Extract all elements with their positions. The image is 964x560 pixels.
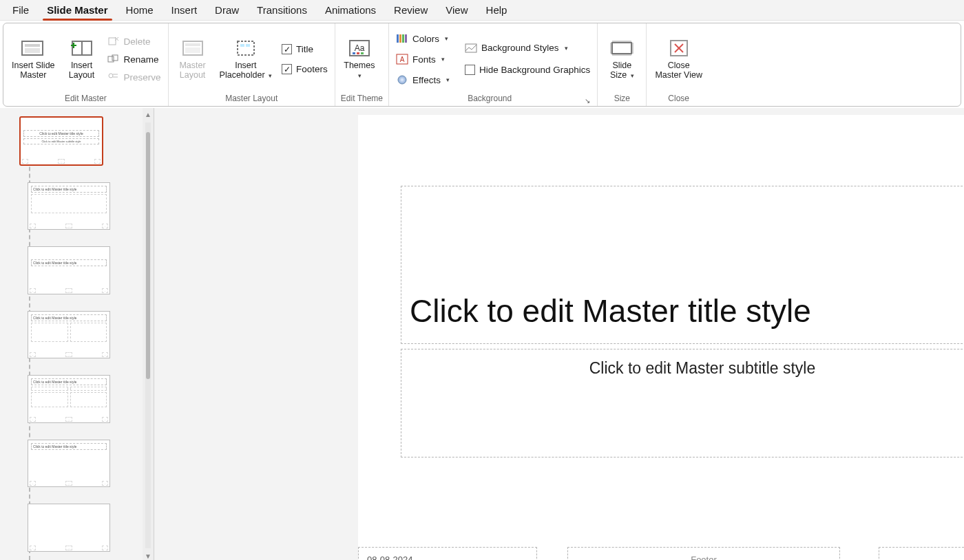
footer-placeholder[interactable]: Footer — [567, 547, 840, 560]
tab-review[interactable]: Review — [386, 1, 436, 19]
footers-checkbox[interactable]: Footers — [280, 61, 329, 77]
svg-rect-29 — [465, 44, 476, 52]
svg-rect-24 — [402, 34, 404, 43]
svg-rect-9 — [112, 55, 118, 61]
slide-size-icon — [609, 39, 634, 58]
rename-icon — [107, 54, 120, 65]
svg-rect-14 — [238, 41, 254, 55]
thumb-title: Click to edit Master title style — [31, 186, 107, 193]
tab-slide-master[interactable]: Slide Master — [39, 1, 116, 19]
thumb-title: Click to edit Master title style — [23, 130, 99, 137]
title-placeholder[interactable]: Click to edit Master title style — [401, 186, 964, 344]
tab-insert[interactable]: Insert — [163, 1, 206, 19]
thumb-sub: Click to edit Master subtitle style — [23, 138, 99, 144]
background-dialog-launcher[interactable]: ↘ — [585, 97, 590, 105]
scroll-thumb[interactable] — [146, 132, 150, 379]
slide-canvas[interactable]: Click to edit Master title style Click t… — [358, 115, 964, 560]
insert-slide-master-button[interactable]: Insert SlideMaster — [9, 36, 58, 83]
tab-transitions[interactable]: Transitions — [249, 1, 315, 19]
checkbox-icon — [465, 65, 475, 75]
slide-size-button[interactable]: SlideSize ▾ — [603, 36, 640, 83]
chevron-down-icon: ▾ — [358, 72, 362, 79]
footers-checkbox-label: Footers — [296, 64, 328, 74]
hide-background-label: Hide Background Graphics — [479, 65, 590, 75]
slide-number-placeholder[interactable]: ‹#› — [879, 547, 964, 560]
workspace: Click to edit Master title style Click t… — [0, 108, 964, 560]
tab-view[interactable]: View — [437, 1, 476, 19]
svg-rect-13 — [185, 47, 200, 53]
insert-slide-master-label: Insert SlideMaster — [12, 61, 55, 80]
chevron-down-icon: ▾ — [631, 72, 634, 79]
menubar: File Slide Master Home Insert Draw Trans… — [0, 0, 964, 21]
slide-size-label: SlideSize ▾ — [610, 61, 634, 80]
thumb-content — [31, 392, 107, 407]
preserve-icon — [107, 72, 120, 83]
fonts-button[interactable]: A Fonts▾ — [395, 52, 451, 66]
themes-icon: Aa — [347, 39, 372, 58]
colors-button[interactable]: Colors▾ — [395, 32, 451, 45]
insert-placeholder-icon — [233, 39, 258, 58]
rename-label: Rename — [124, 54, 159, 65]
preserve-button[interactable]: Preserve — [106, 70, 163, 84]
insert-layout-button[interactable]: InsertLayout — [63, 36, 101, 83]
thumbnail-layout[interactable]: ... — [28, 504, 110, 552]
tab-draw[interactable]: Draw — [207, 1, 247, 19]
insert-layout-label: InsertLayout — [69, 61, 95, 80]
tab-animations[interactable]: Animations — [317, 1, 384, 19]
thumb-content — [31, 387, 107, 391]
close-master-view-button[interactable]: CloseMaster View — [652, 36, 705, 83]
group-size: SlideSize ▾ Size — [598, 23, 647, 106]
thumbnail-layout[interactable]: Click to edit Master title style ... — [28, 440, 110, 488]
themes-button[interactable]: Aa Themes▾ — [341, 36, 378, 83]
insert-slide-master-icon — [21, 39, 45, 58]
insert-placeholder-label: InsertPlaceholder ▾ — [220, 61, 273, 80]
scroll-track[interactable] — [145, 122, 151, 548]
thumbnail-layout[interactable]: Click to edit Master title style ... — [28, 246, 110, 294]
tab-help[interactable]: Help — [478, 1, 516, 19]
title-checkbox[interactable]: Title — [280, 41, 329, 57]
master-layout-icon — [180, 39, 205, 58]
thumbnail-layout[interactable]: Click to edit Master title style ... — [28, 182, 110, 230]
scroll-up-icon[interactable]: ▲ — [145, 111, 151, 118]
scroll-down-icon[interactable]: ▼ — [145, 552, 151, 560]
svg-rect-19 — [353, 52, 355, 54]
tab-home[interactable]: Home — [118, 1, 162, 19]
svg-rect-5 — [109, 38, 116, 45]
thumbnails-list[interactable]: Click to edit Master title style Click t… — [0, 108, 143, 560]
effects-button[interactable]: Effects▾ — [395, 73, 451, 87]
svg-point-10 — [109, 74, 113, 78]
thumbnails-pane: Click to edit Master title style Click t… — [0, 108, 154, 560]
svg-text:A: A — [400, 56, 405, 63]
slide-canvas-area[interactable]: Click to edit Master title style Click t… — [154, 108, 964, 560]
checkbox-icon — [282, 64, 292, 74]
svg-rect-8 — [108, 56, 114, 62]
thumb-title: Click to edit Master title style — [31, 259, 107, 266]
close-icon — [667, 39, 691, 58]
background-styles-button[interactable]: Background Styles▾ — [463, 41, 591, 55]
insert-placeholder-button[interactable]: InsertPlaceholder ▾ — [217, 36, 275, 83]
subtitle-placeholder[interactable]: Click to edit Master subtitle style — [401, 349, 964, 457]
master-layout-label: MasterLayout — [179, 61, 205, 80]
thumbnail-layout[interactable]: Click to edit Master title style ... — [28, 375, 110, 423]
fonts-icon: A — [396, 54, 408, 65]
group-size-label: Size — [603, 92, 640, 106]
themes-label: Themes▾ — [344, 61, 375, 80]
thumb-title: Click to edit Master title style — [31, 378, 107, 385]
svg-rect-25 — [405, 34, 407, 43]
rename-button[interactable]: Rename — [106, 52, 163, 66]
svg-rect-23 — [399, 34, 401, 43]
master-layout-button[interactable]: MasterLayout — [174, 36, 211, 83]
svg-rect-15 — [240, 44, 244, 47]
date-placeholder[interactable]: 08-08-2024 — [358, 547, 537, 560]
fonts-label: Fonts — [412, 54, 436, 65]
tab-file[interactable]: File — [4, 1, 37, 19]
hide-background-checkbox[interactable]: Hide Background Graphics — [463, 62, 591, 78]
thumbnail-master[interactable]: Click to edit Master title style Click t… — [19, 116, 103, 166]
thumbnail-layout[interactable]: Click to edit Master title style ... — [28, 311, 110, 359]
thumbnails-scrollbar[interactable]: ▲ ▼ — [143, 108, 154, 560]
group-close-label: Close — [652, 92, 705, 106]
delete-button[interactable]: Delete — [106, 34, 163, 48]
checkbox-icon — [282, 44, 292, 54]
group-close: CloseMaster View Close — [647, 23, 711, 106]
svg-rect-1 — [25, 44, 40, 47]
